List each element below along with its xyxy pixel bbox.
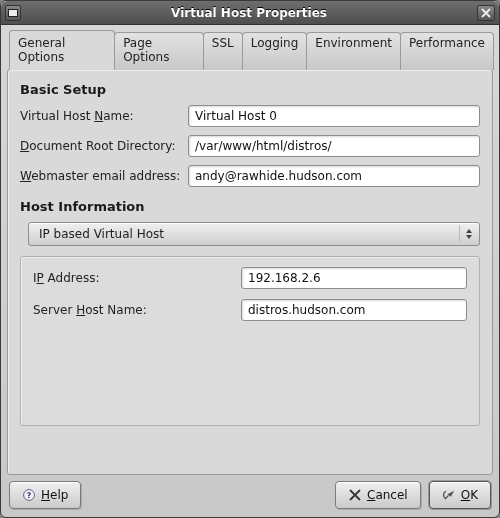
help-icon: ? — [22, 488, 36, 502]
ok-button[interactable]: OK — [429, 481, 491, 509]
row-server-host-name: Server Host Name: — [33, 299, 467, 321]
chevron-down-icon — [466, 235, 472, 239]
host-type-combo[interactable]: IP based Virtual Host — [28, 222, 480, 246]
host-type-row: IP based Virtual Host — [20, 222, 480, 256]
ok-icon — [442, 488, 456, 502]
close-icon — [481, 8, 491, 18]
row-webmaster-email: Webmaster email address: — [20, 165, 480, 187]
svg-text:?: ? — [27, 491, 32, 500]
row-virtual-host-name: Virtual Host Name: — [20, 105, 480, 127]
notebook: General Options Page Options SSL Logging… — [7, 29, 493, 475]
tab-strip: General Options Page Options SSL Logging… — [7, 30, 493, 70]
host-information-title: Host Information — [20, 199, 480, 214]
spin-icon — [459, 225, 473, 243]
tab-environment[interactable]: Environment — [306, 32, 401, 70]
basic-setup-title: Basic Setup — [20, 82, 480, 97]
row-ip-address: IP Address: — [33, 267, 467, 289]
cancel-button[interactable]: Cancel — [335, 481, 421, 509]
server-host-name-input[interactable] — [241, 299, 467, 321]
tab-logging[interactable]: Logging — [242, 32, 308, 70]
close-button[interactable] — [477, 5, 495, 21]
webmaster-email-input[interactable] — [188, 165, 480, 187]
titlebar[interactable]: Virtual Host Properties — [1, 1, 499, 25]
document-root-label: Document Root Directory: — [20, 139, 180, 153]
button-bar: ? Help Cancel OK — [7, 475, 493, 509]
cancel-icon — [348, 488, 362, 502]
basic-setup-section: Basic Setup Virtual Host Name: Document … — [20, 82, 480, 187]
virtual-host-name-input[interactable] — [188, 105, 480, 127]
webmaster-email-label: Webmaster email address: — [20, 169, 180, 183]
tab-ssl[interactable]: SSL — [203, 32, 243, 70]
window-menu-icon[interactable] — [5, 5, 21, 21]
host-details-frame: IP Address: Server Host Name: — [20, 256, 480, 426]
host-type-value: IP based Virtual Host — [39, 227, 453, 241]
virtual-host-name-label: Virtual Host Name: — [20, 109, 180, 123]
client-area: General Options Page Options SSL Logging… — [1, 25, 499, 517]
server-host-name-label: Server Host Name: — [33, 303, 233, 317]
ip-address-input[interactable] — [241, 267, 467, 289]
window-title: Virtual Host Properties — [21, 6, 477, 20]
document-root-input[interactable] — [188, 135, 480, 157]
tab-page-options[interactable]: Page Options — [114, 32, 204, 70]
tab-general-options[interactable]: General Options — [9, 30, 115, 70]
tab-page-general: Basic Setup Virtual Host Name: Document … — [7, 69, 493, 475]
dialog-window: Virtual Host Properties General Options … — [0, 0, 500, 518]
ip-address-label: IP Address: — [33, 271, 233, 285]
chevron-up-icon — [466, 229, 472, 233]
tab-performance[interactable]: Performance — [400, 32, 494, 70]
help-button[interactable]: ? Help — [9, 481, 81, 509]
host-information-section: Host Information IP based Virtual Host — [20, 199, 480, 426]
row-document-root: Document Root Directory: — [20, 135, 480, 157]
